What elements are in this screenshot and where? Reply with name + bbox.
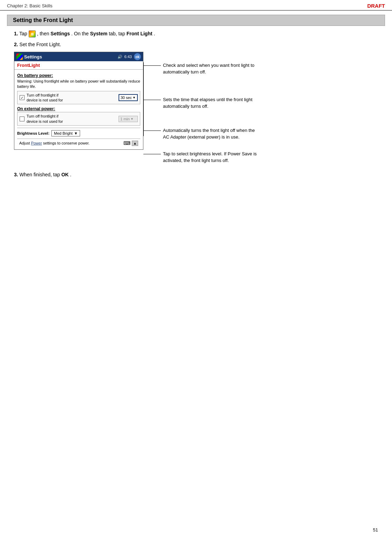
step-1-text-before: Tap [19,31,28,36]
step-2: 2. Set the Front Light. [14,41,378,48]
page-header: Chapter 2: Basic Skills DRAFT [0,0,392,10]
step-2-text: Set the Front Light. [20,42,61,47]
titlebar-right: 🔊 6:43 ok [117,53,141,60]
step-1-text-middle2: . On the [71,31,90,36]
device-footer: Adjust Power settings to conserve power.… [17,139,140,147]
step-1-settings: Settings [51,31,70,36]
section-heading: Setting the Front Light [7,15,385,26]
external-label-line1: Turn off frontlight if [27,114,58,118]
external-dropdown-arrow-icon: ▼ [130,117,134,121]
brightness-label: Brightness Level: [17,131,49,135]
ok-button[interactable]: ok [134,53,141,60]
draft-label: DRAFT [367,3,385,9]
battery-section-title: On battery power: [17,73,140,78]
step-1-frontlight: Front Light [127,31,152,36]
titlebar-time: 6:43 [124,55,132,59]
battery-label-line1: Turn off frontlight if [27,93,58,97]
battery-row-label: Turn off frontlight if device is not use… [27,93,116,103]
brightness-dropdown-arrow-icon: ▼ [74,131,78,135]
callout-3: Automatically turns the front light off … [143,127,276,141]
callout-3-line [143,131,161,131]
device-screenshot: Settings 🔊 6:43 ok FrontLight On battery… [14,52,143,150]
external-checkbox[interactable] [20,117,24,121]
external-section-title: On external power: [17,106,140,111]
titlebar-left: Settings [16,54,42,60]
step-2-number: 2. [14,42,18,47]
footer-text: Adjust Power settings to conserve power. [19,141,90,145]
step-3: 3. When finished, tap OK . [14,171,378,178]
callout-2-line [143,100,161,100]
step-1-system: System [90,31,107,36]
battery-checkbox[interactable]: ✓ [20,95,24,100]
page-footer: 51 [373,527,378,533]
page-number: 51 [373,527,378,533]
step-1-text-end: . [154,31,155,36]
external-label-line2: device is not used for [27,119,63,124]
windows-logo-icon [16,54,23,60]
external-row: Turn off frontlight if device is not use… [17,112,140,126]
speaker-icon: 🔊 [117,55,122,59]
step-3-text-before: When finished, tap [20,172,62,177]
battery-timeout-value: 30 sec [121,96,132,100]
keyboard-icon: ⌨ [123,140,130,146]
device-titlebar: Settings 🔊 6:43 ok [14,52,143,61]
callout-4: Tap to select brightness level. If Power… [143,151,276,164]
callout-2-text: Sets the time that elapses until the fro… [161,97,261,110]
battery-label-line2: device is not used for [27,98,63,102]
callout-4-text: Tap to select brightness level. If Power… [161,151,261,164]
settings-icon: ⊞ [29,30,36,37]
external-row-label: Turn off frontlight if device is not use… [27,114,116,124]
step-1-text-middle3: tab, tap [109,31,127,36]
callout-4-line [143,154,161,154]
step-3-ok: OK [61,172,69,177]
external-timeout-dropdown: 1 min ▼ [119,116,138,122]
footer-right: ⌨ ▲ [123,140,138,146]
battery-warning: Warning: Using frontlight while on batte… [17,79,140,89]
dropdown-arrow-icon: ▼ [133,96,136,99]
callout-2: Sets the time that elapses until the fro… [143,97,276,110]
footer-text-after: settings to conserve power. [42,141,90,145]
footer-text-before: Adjust [19,141,31,145]
vertical-connector-line [143,62,144,136]
device-inner: On battery power: Warning: Using frontli… [14,70,143,149]
callout-1-text: Check and select when you want front lig… [161,62,261,76]
step-1-text-middle: , then [37,31,51,36]
section-title: Setting the Front Light [13,17,73,23]
battery-timeout-dropdown[interactable]: 30 sec ▼ [119,94,138,101]
content-area: 1. Tap ⊞ , then Settings . On the System… [0,30,392,178]
brightness-row: Brightness Level: Med Bright ▼ [17,128,140,136]
main-figure: Settings 🔊 6:43 ok FrontLight On battery… [14,52,378,164]
battery-row: ✓ Turn off frontlight if device is not u… [17,91,140,105]
callout-3-text: Automatically turns the front light off … [161,127,261,141]
external-timeout-value: 1 min [120,117,130,121]
brightness-dropdown[interactable]: Med Bright ▼ [51,130,80,136]
chapter-title: Chapter 2: Basic Skills [7,3,52,8]
power-link[interactable]: Power [31,141,42,145]
callout-1: Check and select when you want front lig… [143,62,276,76]
scroll-up-button[interactable]: ▲ [132,141,138,146]
step-3-text-end: . [70,172,71,177]
callout-1-line [143,65,161,66]
brightness-value: Med Bright [54,131,72,135]
step-1-number: 1. [14,31,18,36]
callouts-container: Check and select when you want front lig… [143,52,276,164]
step-1: 1. Tap ⊞ , then Settings . On the System… [14,30,378,37]
step-3-number: 3. [14,172,18,177]
frontlight-heading: FrontLight [14,61,143,70]
titlebar-app-name: Settings [24,54,42,59]
